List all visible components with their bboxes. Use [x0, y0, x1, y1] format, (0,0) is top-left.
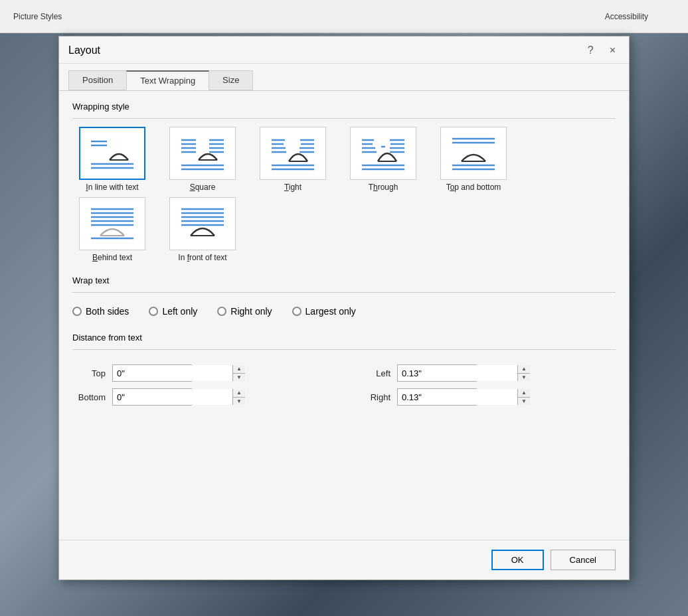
radio-left-only-circle	[149, 307, 158, 316]
radio-right-only-circle	[217, 307, 226, 316]
distance-bottom-row: Bottom ▲ ▼	[72, 388, 331, 406]
style-square[interactable]: Square	[163, 127, 242, 192]
wrap-text-label: Wrap text	[72, 275, 616, 285]
distance-bottom-spinbox: ▲ ▼	[112, 388, 192, 406]
style-label-infront: In front of text	[178, 253, 226, 262]
style-infront[interactable]: In front of text	[163, 197, 242, 262]
tab-text-wrapping[interactable]: Text Wrapping	[126, 70, 209, 90]
distance-right-down[interactable]: ▼	[518, 398, 530, 406]
radio-left-only-label: Left only	[162, 306, 197, 317]
cancel-button[interactable]: Cancel	[551, 550, 616, 570]
distance-left-up[interactable]: ▲	[518, 365, 530, 374]
distance-bottom-down[interactable]: ▼	[233, 398, 245, 406]
distance-section: Distance from text Top ▲ ▼	[72, 333, 616, 412]
wrapping-style-row2: Behind text	[72, 197, 616, 262]
style-behind[interactable]: Behind text	[72, 197, 152, 262]
style-icon-tight	[260, 127, 326, 180]
distance-left-down[interactable]: ▼	[518, 374, 530, 382]
help-button[interactable]: ?	[584, 43, 598, 58]
dialog-titlebar: Layout ? ×	[59, 37, 629, 64]
distance-left-row: Left ▲ ▼	[357, 364, 616, 382]
distance-top-label: Top	[72, 368, 106, 378]
radio-right-only[interactable]: Right only	[217, 306, 272, 317]
distance-top-up[interactable]: ▲	[233, 365, 245, 374]
style-icon-inline	[79, 127, 145, 180]
wrap-text-radio-group: Both sides Left only Right only Largest …	[72, 301, 616, 322]
distance-left-input[interactable]	[398, 365, 517, 381]
distance-top-row: Top ▲ ▼	[72, 364, 331, 382]
style-label-tight: Tight	[284, 183, 301, 192]
distance-label: Distance from text	[72, 333, 616, 343]
style-icon-top-bottom	[440, 127, 507, 180]
style-icon-square	[169, 127, 236, 180]
dialog-title: Layout	[68, 44, 100, 56]
distance-right-row: Right ▲ ▼	[357, 388, 616, 406]
ok-button[interactable]: OK	[491, 550, 544, 570]
style-top-bottom[interactable]: Top and bottom	[434, 127, 513, 192]
radio-left-only[interactable]: Left only	[149, 306, 197, 317]
tab-position[interactable]: Position	[68, 70, 127, 90]
style-label-inline: In line with text	[86, 183, 138, 192]
radio-largest-only[interactable]: Largest only	[292, 306, 356, 317]
radio-largest-only-label: Largest only	[305, 306, 356, 317]
style-label-square: Square	[190, 183, 216, 192]
radio-both-sides-circle	[72, 307, 82, 316]
radio-both-sides[interactable]: Both sides	[72, 306, 129, 317]
layout-dialog: Layout ? × Position Text Wrapping Size W…	[58, 36, 630, 580]
style-label-top-bottom: Top and bottom	[446, 183, 501, 192]
distance-left-spinbox: ▲ ▼	[397, 364, 477, 382]
style-icon-through	[350, 127, 416, 180]
tab-size[interactable]: Size	[209, 70, 253, 90]
style-icon-behind	[79, 197, 145, 250]
style-inline[interactable]: In line with text	[72, 127, 152, 192]
distance-right-label: Right	[357, 392, 390, 402]
style-icon-infront	[169, 197, 236, 250]
style-label-through: Through	[369, 183, 398, 192]
distance-left-label: Left	[357, 368, 390, 378]
radio-right-only-label: Right only	[230, 306, 272, 317]
distance-top-spinbox: ▲ ▼	[112, 364, 192, 382]
distance-bottom-up[interactable]: ▲	[233, 389, 245, 398]
distance-grid: Top ▲ ▼ Left	[72, 358, 616, 412]
distance-top-input[interactable]	[113, 365, 232, 381]
dialog-footer: OK Cancel	[59, 540, 629, 579]
distance-right-spinbox: ▲ ▼	[397, 388, 477, 406]
distance-right-input[interactable]	[398, 389, 517, 405]
distance-right-up[interactable]: ▲	[518, 389, 530, 398]
style-label-behind: Behind text	[92, 253, 132, 262]
distance-bottom-label: Bottom	[72, 392, 106, 402]
tab-bar: Position Text Wrapping Size	[59, 64, 629, 91]
close-button[interactable]: ×	[606, 43, 620, 58]
wrapping-style-row1: In line with text	[72, 127, 616, 192]
style-through[interactable]: Through	[343, 127, 423, 192]
wrapping-style-label: Wrapping style	[72, 102, 616, 112]
distance-top-down[interactable]: ▼	[233, 374, 245, 382]
radio-largest-only-circle	[292, 307, 301, 316]
radio-both-sides-label: Both sides	[86, 306, 129, 317]
wrap-text-section: Wrap text Both sides Left only Right onl…	[72, 275, 616, 322]
style-tight[interactable]: Tight	[253, 127, 333, 192]
wrapping-style-section: Wrapping style	[72, 102, 616, 262]
distance-bottom-input[interactable]	[113, 389, 232, 405]
